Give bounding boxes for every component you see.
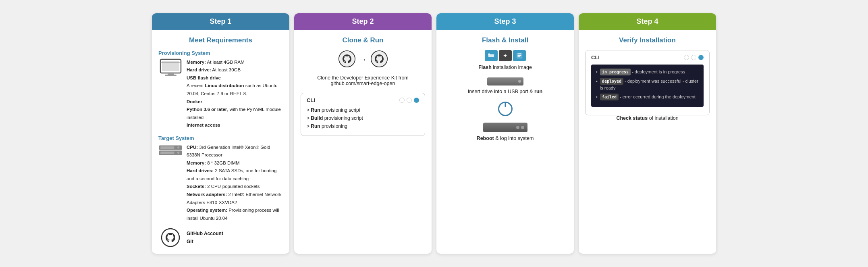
github-icon — [158, 228, 183, 247]
step3-card: Step 3 Flash & Install ✦ — [436, 13, 574, 254]
target-specs: CPU: 3rd Generation Intel® Xeon® Gold 63… — [187, 144, 283, 222]
server-drive-icon — [483, 123, 527, 132]
provisioning-specs: Memory: At least 4GB RAM Hard drive: At … — [187, 58, 283, 129]
step1-header-label: Step 1 — [210, 17, 231, 25]
step2-cli-line3: > Run provisioning — [307, 123, 419, 129]
step2-cli-box: CLI > Run provisioning script > Build pr… — [301, 93, 425, 136]
in-progress-tag: in progress — [600, 69, 631, 75]
step2-header-label: Step 2 — [352, 17, 374, 25]
deployed-tag: deployed — [600, 78, 623, 85]
target-row: CPU: 3rd Generation Intel® Xeon® Gold 63… — [158, 144, 283, 222]
step4-cli-circle-3 — [698, 55, 704, 60]
github-to-icon — [370, 50, 388, 69]
step2-header: Step 2 — [294, 13, 432, 30]
svg-point-8 — [177, 152, 179, 154]
svg-point-7 — [177, 146, 179, 148]
step2-cli-header: CLI — [307, 97, 419, 103]
insert-section: Insert drive into a USB port & run — [443, 77, 567, 94]
insert-text: Insert drive into a USB port & run — [468, 89, 543, 94]
reboot-text: Reboot & log into system — [477, 136, 534, 141]
cli-circle-3 — [414, 98, 419, 103]
step1-card: Step 1 Meet Requirements Provisioning Sy… — [152, 13, 289, 254]
github-from-icon — [338, 50, 356, 69]
step4-cli-dark: in progress - deployment is in progress … — [591, 65, 704, 107]
flash-rect-blue2 — [513, 50, 526, 61]
svg-point-11 — [162, 229, 179, 246]
check-status-text: Check status of installation — [585, 115, 710, 121]
step3-body: Flash & Install ✦ — [436, 30, 574, 254]
step3-header: Step 3 — [436, 13, 574, 30]
step2-cli-line2: > Build provisioning script — [307, 115, 419, 121]
check-status-rest: of installation — [648, 115, 678, 121]
usb-symbol: ✦ — [503, 52, 508, 59]
step3-header-label: Step 3 — [494, 17, 516, 25]
step2-card: Step 2 Clone & Run → — [294, 13, 432, 254]
step4-body: Verify Installation CLI in progress - de… — [579, 30, 716, 254]
step4-status-in-progress: in progress - deployment is in progress — [596, 69, 699, 75]
step2-cli-circles — [399, 98, 419, 103]
step4-title: Verify Installation — [585, 36, 710, 44]
server-icon — [158, 144, 183, 156]
step4-cli-circle-2 — [691, 55, 696, 60]
github-specs: GitHub Account Git — [187, 229, 223, 246]
step4-card: Step 4 Verify Installation CLI in progre… — [579, 13, 716, 254]
failed-tag: failed — [600, 94, 619, 100]
step2-title: Clone & Run — [301, 36, 425, 44]
svg-rect-3 — [165, 75, 177, 76]
clone-description: Clone the Developer Experience Kit fromg… — [301, 75, 425, 86]
flash-rect-blue — [485, 50, 498, 61]
svg-rect-15 — [488, 53, 490, 55]
step1-header: Step 1 — [152, 13, 289, 30]
step2-cli-label: CLI — [307, 97, 315, 103]
provisioning-label: Provisioning System — [158, 50, 283, 56]
clone-arrow-icon: → — [359, 55, 367, 64]
monitor-icon — [158, 58, 183, 77]
target-label: Target System — [158, 135, 283, 141]
reboot-section: Reboot & log into system — [443, 102, 567, 141]
provisioning-row: Memory: At least 4GB RAM Hard drive: At … — [158, 58, 283, 129]
flash-icon: ✦ — [485, 50, 526, 61]
svg-rect-2 — [168, 73, 174, 75]
step2-cli-line1: > Run provisioning script — [307, 107, 419, 113]
step4-cli-circles — [684, 55, 704, 60]
step1-title: Meet Requirements — [158, 36, 283, 44]
check-status-bold: Check status — [616, 115, 648, 121]
step1-body: Meet Requirements Provisioning System Me… — [152, 30, 289, 254]
step4-header: Step 4 — [579, 13, 716, 30]
usb-drive-icon — [487, 77, 523, 86]
step4-header-label: Step 4 — [636, 17, 658, 25]
step4-status-failed: failed - error occurred during the deplo… — [596, 94, 699, 100]
step2-body: Clone & Run → Clone th — [294, 30, 432, 254]
step4-cli-label: CLI — [591, 54, 600, 60]
cli-circle-2 — [407, 98, 412, 103]
svg-point-13 — [371, 51, 387, 67]
flash-section: ✦ Flash installation image — [443, 50, 567, 70]
step3-title: Flash & Install — [443, 36, 567, 44]
flash-text: Flash installation image — [478, 65, 532, 70]
svg-point-12 — [338, 51, 355, 67]
flash-rect-dark: ✦ — [499, 50, 512, 61]
clone-icon-row: → — [301, 50, 425, 69]
svg-rect-9 — [160, 146, 174, 149]
power-icon — [498, 102, 513, 116]
github-row: GitHub Account Git — [158, 228, 283, 247]
step4-cli-box: CLI in progress - deployment is in progr… — [585, 50, 710, 116]
step4-cli-circle-1 — [684, 55, 689, 60]
step4-status-deployed: deployed - deployment was successful - c… — [596, 78, 699, 92]
step4-cli-header: CLI — [591, 54, 704, 60]
steps-container: Step 1 Meet Requirements Provisioning Sy… — [152, 13, 716, 254]
svg-rect-10 — [160, 152, 174, 154]
cli-circle-1 — [399, 98, 405, 103]
